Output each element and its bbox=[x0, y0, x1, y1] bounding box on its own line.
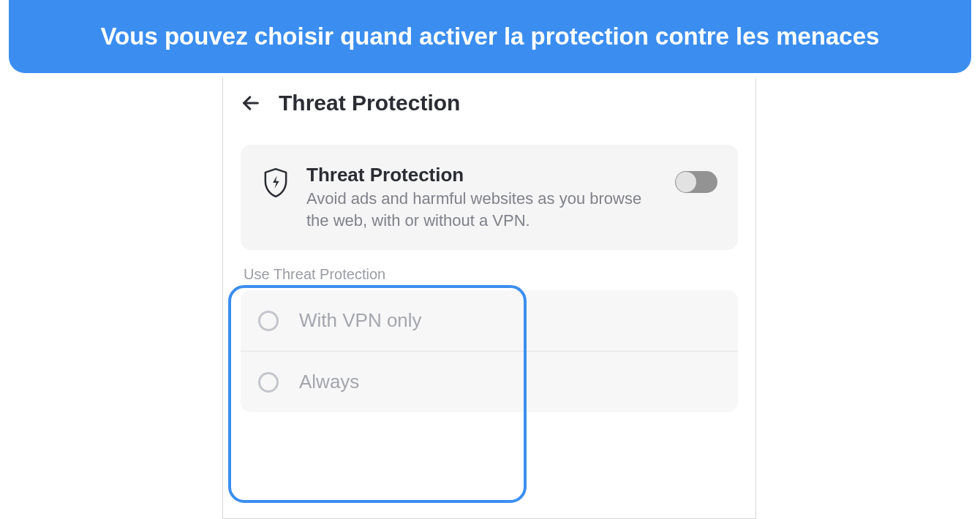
section-label: Use Threat Protection bbox=[241, 266, 738, 283]
banner-text: Vous pouvez choisir quand activer la pro… bbox=[101, 21, 880, 51]
option-always[interactable]: Always bbox=[241, 351, 738, 412]
option-label: With VPN only bbox=[299, 309, 422, 332]
option-label: Always bbox=[299, 371, 359, 393]
shield-lightning-icon bbox=[261, 164, 290, 202]
info-banner: Vous pouvez choisir quand activer la pro… bbox=[9, 0, 971, 73]
radio-unchecked-icon bbox=[258, 311, 279, 331]
option-with-vpn-only[interactable]: With VPN only bbox=[241, 290, 738, 351]
threat-protection-card: Threat Protection Avoid ads and harmful … bbox=[241, 145, 738, 250]
card-title: Threat Protection bbox=[306, 164, 659, 186]
card-text: Threat Protection Avoid ads and harmful … bbox=[306, 164, 659, 231]
panel-header: Threat Protection bbox=[241, 91, 738, 115]
options-card: With VPN only Always bbox=[241, 290, 738, 412]
radio-unchecked-icon bbox=[258, 372, 279, 393]
threat-protection-toggle[interactable] bbox=[675, 171, 717, 193]
card-subtitle: Avoid ads and harmful websites as you br… bbox=[306, 188, 659, 231]
page-title: Threat Protection bbox=[279, 91, 460, 115]
back-arrow-icon[interactable] bbox=[241, 93, 261, 113]
threat-protection-panel: Threat Protection Threat Protection Avoi… bbox=[222, 77, 756, 519]
